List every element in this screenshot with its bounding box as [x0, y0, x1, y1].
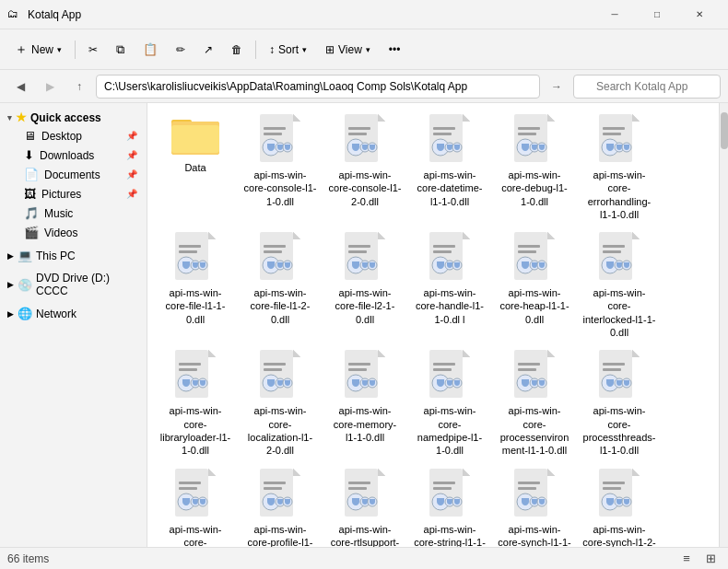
file-item[interactable]: api-ms-win-core-synch-l1-1-0.dll [494, 465, 575, 547]
this-pc-label[interactable]: ▶ 💻 This PC [0, 246, 147, 265]
sort-icon: ↕ [269, 43, 275, 56]
file-item[interactable]: api-ms-win-core-processenvironment-l1-1-… [494, 346, 575, 460]
file-item[interactable]: api-ms-win-core-heap-l1-1-0.dll [494, 228, 575, 343]
cut-button[interactable]: ✂ [81, 40, 105, 60]
separator-2 [255, 41, 256, 59]
network-icon: 🌐 [18, 307, 32, 320]
file-item[interactable]: api-ms-win-core-file-l2-1-0.dll [324, 228, 405, 343]
file-item[interactable]: api-ms-win-core-rtlsupport-l1-1-0.dll [324, 465, 405, 547]
sort-button[interactable]: ↕ Sort ▾ [262, 40, 314, 60]
file-item[interactable]: api-ms-win-core-processthreads-l1-1-0.dl… [579, 346, 660, 460]
svg-rect-117 [429, 350, 463, 398]
file-name: api-ms-win-core-file-l1-2-0.dll [243, 286, 317, 326]
file-item[interactable]: Data [155, 110, 236, 225]
file-item[interactable]: api-ms-win-core-synch-l1-2-0.dll [579, 465, 660, 547]
copy-button[interactable]: ⧉ [109, 39, 132, 61]
delete-button[interactable]: 🗑 [224, 40, 250, 60]
dll-file-icon [514, 469, 555, 519]
tile-view-button[interactable]: ⊞ [700, 549, 721, 569]
sidebar-item-downloads[interactable]: ⬇ Downloads 📌 [2, 145, 145, 165]
svg-rect-181 [599, 469, 632, 517]
sidebar-item-desktop[interactable]: 🖥 Desktop 📌 [2, 126, 145, 145]
dll-file-icon [599, 350, 640, 401]
svg-rect-64 [348, 245, 370, 248]
file-item[interactable]: api-ms-win-core-debug-l1-1-0.dll [494, 110, 575, 225]
svg-rect-169 [433, 487, 452, 490]
back-button[interactable]: ◀ [7, 74, 33, 99]
list-view-button[interactable]: ≡ [676, 549, 697, 569]
svg-rect-21 [429, 114, 463, 162]
svg-rect-173 [514, 469, 547, 517]
svg-rect-121 [433, 368, 452, 371]
refresh-button[interactable]: → [544, 74, 569, 99]
pin-icon-doc: 📌 [126, 169, 137, 180]
new-button[interactable]: ＋ New ▾ [7, 38, 69, 62]
svg-rect-152 [264, 482, 286, 484]
svg-marker-7 [293, 114, 300, 122]
quick-access-header[interactable]: ▾ ★ Quick access [0, 109, 147, 126]
file-item[interactable]: api-ms-win-core-memory-l1-1-0.dll [324, 346, 405, 460]
dvd-text: DVD Drive (D:) CCCC [36, 272, 139, 297]
dll-file-icon [429, 114, 470, 165]
svg-rect-145 [179, 487, 197, 490]
star-icon: ★ [16, 110, 27, 124]
file-item[interactable]: api-ms-win-core-localization-l1-2-0.dll [240, 346, 321, 460]
svg-marker-167 [463, 469, 470, 476]
up-button[interactable]: ↑ [66, 74, 92, 99]
status-bar: 66 items ≡ ⊞ [0, 547, 728, 569]
minimize-button[interactable]: ─ [593, 0, 636, 29]
share-icon: ↗ [204, 43, 213, 56]
search-input[interactable] [573, 75, 721, 99]
file-grid: Data api-ms-win-core-console-l1-1-0.dll … [147, 103, 719, 547]
svg-rect-49 [179, 250, 197, 253]
scrollbar-thumb[interactable] [721, 112, 728, 149]
file-item[interactable]: api-ms-win-core-file-l1-2-0.dll [240, 228, 321, 343]
dll-file-icon [345, 232, 385, 283]
file-item[interactable]: api-ms-win-core-profile-l1-1-0.dll [240, 465, 321, 547]
more-icon: ••• [389, 43, 401, 56]
svg-rect-69 [429, 232, 463, 280]
file-item[interactable]: api-ms-win-core-errorhandling-l1-1-0.dll [579, 110, 660, 225]
close-button[interactable]: ✕ [678, 0, 721, 29]
file-item[interactable]: api-ms-win-core-datetime-l1-1-0.dll [409, 110, 490, 225]
maximize-button[interactable]: □ [636, 0, 678, 29]
network-label[interactable]: ▶ 🌐 Network [0, 304, 147, 323]
file-item[interactable]: api-ms-win-core-namedpipe-l1-1-0.dll [409, 346, 490, 460]
sidebar-item-videos[interactable]: 🎬 Videos [2, 223, 145, 242]
sidebar-item-music[interactable]: 🎵 Music [2, 203, 145, 223]
svg-rect-13 [345, 114, 378, 162]
more-button[interactable]: ••• [382, 40, 408, 60]
file-item[interactable]: api-ms-win-core-string-l1-1-0.dll [409, 465, 490, 547]
svg-marker-151 [293, 469, 300, 476]
rename-button[interactable]: ✏ [169, 40, 193, 60]
file-item[interactable]: api-ms-win-core-processthreads-l1-1-1.dl… [155, 465, 236, 547]
sidebar-item-documents[interactable]: 📄 Documents 📌 [2, 165, 145, 184]
view-button[interactable]: ⊞ View ▾ [318, 40, 378, 60]
tile-view-icon: ⊞ [706, 552, 716, 565]
address-input[interactable] [96, 75, 540, 99]
file-item[interactable]: api-ms-win-core-console-l1-2-0.dll [324, 110, 405, 225]
paste-button[interactable]: 📋 [135, 39, 165, 60]
svg-rect-157 [345, 469, 378, 517]
svg-rect-37 [599, 114, 632, 162]
svg-rect-72 [433, 245, 455, 248]
sidebar-item-pictures[interactable]: 🖼 Pictures 📌 [2, 184, 145, 203]
dvd-drive-label[interactable]: ▶ 💿 DVD Drive (D:) CCCC [0, 269, 147, 300]
file-item[interactable]: api-ms-win-core-console-l1-1-0.dll [240, 110, 321, 225]
list-view-icon: ≡ [683, 552, 690, 565]
file-name: api-ms-win-core-debug-l1-1-0.dll [498, 168, 571, 208]
forward-button[interactable]: ▶ [37, 74, 63, 99]
svg-rect-89 [603, 250, 621, 253]
file-item[interactable]: api-ms-win-core-file-l1-1-0.dll [155, 228, 236, 343]
dll-file-icon [345, 350, 385, 401]
svg-rect-61 [345, 232, 378, 280]
svg-marker-39 [632, 114, 640, 122]
file-item[interactable]: api-ms-win-core-handle-l1-1-0.dl l [409, 228, 490, 343]
file-item[interactable]: api-ms-win-core-interlocked-l1-1-0.dll [579, 228, 660, 343]
pin-icon-pic: 📌 [126, 189, 137, 199]
file-item[interactable]: api-ms-win-core-libraryloader-l1-1-0.dll [155, 346, 236, 460]
share-button[interactable]: ↗ [196, 40, 220, 60]
new-label: New [31, 43, 53, 56]
scrollbar[interactable] [719, 103, 728, 547]
svg-marker-111 [378, 350, 385, 357]
